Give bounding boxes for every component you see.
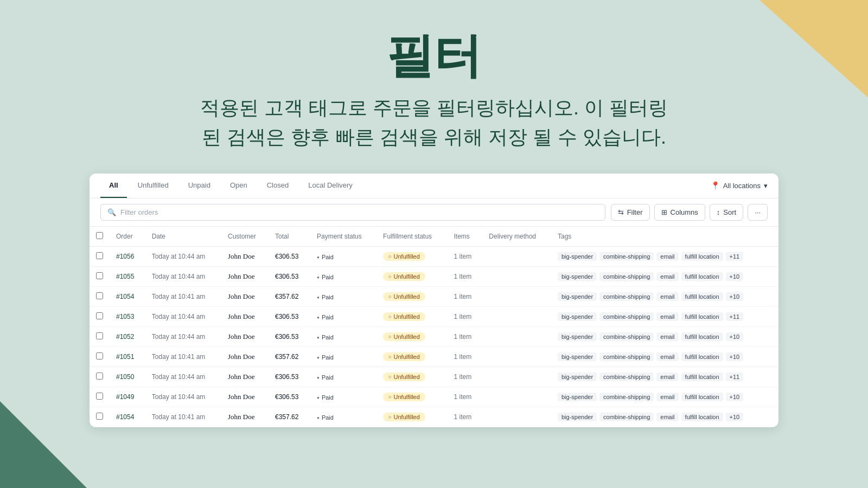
tag: big-spender	[558, 252, 597, 261]
row-order[interactable]: #1049	[110, 387, 145, 407]
table-row[interactable]: #1055 Today at 10:44 am John Doe €306.53…	[90, 266, 778, 286]
row-order[interactable]: #1054	[110, 407, 145, 427]
row-tags: big-spendercombine-shippingemailfulfill …	[551, 306, 778, 326]
hero-section: 필터 적용된 고객 태그로 주문을 필터링하십시오. 이 필터링 된 검색은 향…	[0, 0, 868, 174]
table-row[interactable]: #1052 Today at 10:44 am John Doe €306.53…	[90, 326, 778, 346]
row-customer[interactable]: John Doe	[221, 367, 269, 387]
table-row[interactable]: #1054 Today at 10:41 am John Doe €357.62…	[90, 286, 778, 306]
row-customer[interactable]: John Doe	[221, 266, 269, 286]
row-payment: Paid	[310, 326, 376, 346]
row-delivery	[482, 306, 551, 326]
row-customer[interactable]: John Doe	[221, 387, 269, 407]
row-order[interactable]: #1055	[110, 266, 145, 286]
row-total: €357.62	[269, 407, 310, 427]
tag: fulfill location	[681, 352, 723, 361]
toolbar-actions: ⇆ Filter ⊞ Columns ↕ Sort ···	[611, 204, 768, 221]
row-date: Today at 10:44 am	[145, 326, 221, 346]
tag: big-spender	[558, 352, 597, 361]
row-select-checkbox[interactable]	[96, 352, 103, 359]
table-row[interactable]: #1054 Today at 10:41 am John Doe €357.62…	[90, 407, 778, 427]
row-order[interactable]: #1054	[110, 286, 145, 306]
row-customer[interactable]: John Doe	[221, 407, 269, 427]
row-fulfillment: Unfulfilled	[376, 346, 447, 367]
row-select-checkbox[interactable]	[96, 292, 103, 299]
more-actions-button[interactable]: ···	[748, 204, 768, 221]
tag: combine-shipping	[599, 252, 654, 261]
row-checkbox[interactable]	[90, 286, 110, 306]
tab-unpaid[interactable]: Unpaid	[180, 174, 219, 198]
tag: combine-shipping	[599, 373, 654, 381]
tag: fulfill location	[681, 413, 723, 421]
row-customer[interactable]: John Doe	[221, 346, 269, 367]
columns-button[interactable]: ⊞ Columns	[654, 204, 705, 221]
table-row[interactable]: #1056 Today at 10:44 am John Doe €306.53…	[90, 246, 778, 266]
row-select-checkbox[interactable]	[96, 252, 103, 259]
row-checkbox[interactable]	[90, 306, 110, 326]
row-order[interactable]: #1053	[110, 306, 145, 326]
row-customer[interactable]: John Doe	[221, 306, 269, 326]
row-checkbox[interactable]	[90, 387, 110, 407]
tag-more: +10	[726, 332, 744, 341]
orders-table: Order Date Customer Total Payment status…	[90, 227, 778, 427]
row-order[interactable]: #1050	[110, 367, 145, 387]
row-items: 1 item	[448, 346, 483, 367]
table-row[interactable]: #1051 Today at 10:41 am John Doe €357.62…	[90, 346, 778, 367]
table-row[interactable]: #1049 Today at 10:44 am John Doe €306.53…	[90, 387, 778, 407]
row-items: 1 item	[448, 306, 483, 326]
row-fulfillment: Unfulfilled	[376, 286, 447, 306]
row-checkbox[interactable]	[90, 346, 110, 367]
tag: big-spender	[558, 332, 597, 341]
sort-button[interactable]: ↕ Sort	[710, 204, 743, 221]
row-checkbox[interactable]	[90, 246, 110, 266]
row-delivery	[482, 367, 551, 387]
row-checkbox[interactable]	[90, 407, 110, 427]
row-customer[interactable]: John Doe	[221, 246, 269, 266]
row-checkbox[interactable]	[90, 326, 110, 346]
tab-all[interactable]: All	[100, 174, 127, 198]
row-date: Today at 10:41 am	[145, 407, 221, 427]
search-box[interactable]: 🔍 Filter orders	[100, 204, 605, 221]
filter-button[interactable]: ⇆ Filter	[611, 204, 650, 221]
tab-open[interactable]: Open	[221, 174, 256, 198]
row-order[interactable]: #1051	[110, 346, 145, 367]
tab-local-delivery[interactable]: Local Delivery	[299, 174, 361, 198]
tag: fulfill location	[681, 252, 723, 261]
row-select-checkbox[interactable]	[96, 312, 103, 319]
tag: combine-shipping	[599, 413, 654, 421]
row-select-checkbox[interactable]	[96, 272, 103, 279]
row-total: €306.53	[269, 387, 310, 407]
header-checkbox[interactable]	[90, 227, 110, 247]
row-fulfillment: Unfulfilled	[376, 367, 447, 387]
hero-subtitle: 적용된 고객 태그로 주문을 필터링하십시오. 이 필터링 된 검색은 향후 빠…	[0, 93, 868, 152]
tag-more: +10	[726, 352, 744, 361]
row-date: Today at 10:44 am	[145, 266, 221, 286]
row-fulfillment: Unfulfilled	[376, 266, 447, 286]
header-delivery: Delivery method	[482, 227, 551, 247]
table-row[interactable]: #1053 Today at 10:44 am John Doe €306.53…	[90, 306, 778, 326]
row-select-checkbox[interactable]	[96, 373, 103, 380]
row-delivery	[482, 326, 551, 346]
row-total: €306.53	[269, 326, 310, 346]
row-date: Today at 10:41 am	[145, 286, 221, 306]
row-select-checkbox[interactable]	[96, 393, 103, 400]
row-order[interactable]: #1052	[110, 326, 145, 346]
row-payment: Paid	[310, 266, 376, 286]
tag: email	[656, 332, 678, 341]
row-checkbox[interactable]	[90, 266, 110, 286]
location-selector[interactable]: 📍 All locations ▾	[711, 181, 768, 190]
select-all-checkbox[interactable]	[96, 232, 103, 239]
tab-closed[interactable]: Closed	[258, 174, 297, 198]
row-customer[interactable]: John Doe	[221, 326, 269, 346]
tab-unfulfilled[interactable]: Unfulfilled	[129, 174, 177, 198]
table-row[interactable]: #1050 Today at 10:44 am John Doe €306.53…	[90, 367, 778, 387]
row-select-checkbox[interactable]	[96, 332, 103, 339]
row-select-checkbox[interactable]	[96, 413, 103, 420]
row-items: 1 item	[448, 407, 483, 427]
tag-more: +10	[726, 393, 744, 401]
tag: email	[656, 352, 678, 361]
header-payment: Payment status	[310, 227, 376, 247]
row-checkbox[interactable]	[90, 367, 110, 387]
row-customer[interactable]: John Doe	[221, 286, 269, 306]
row-order[interactable]: #1056	[110, 246, 145, 266]
tag: fulfill location	[681, 332, 723, 341]
